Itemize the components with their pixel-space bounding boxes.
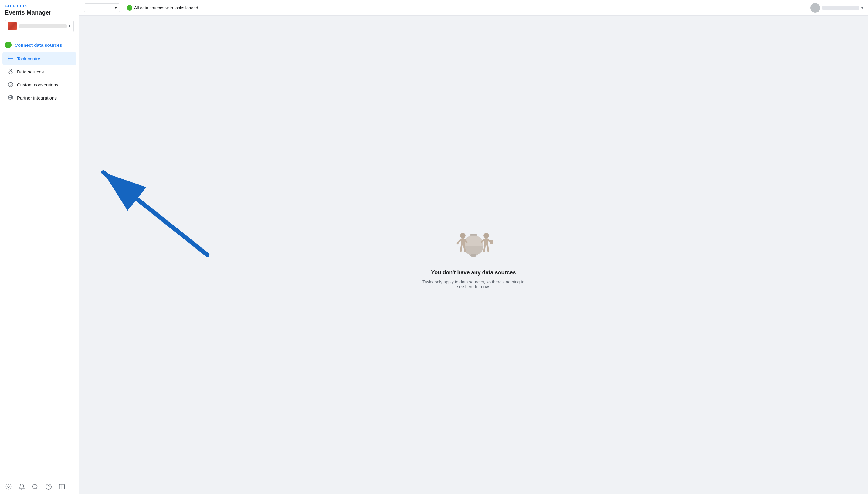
svg-point-3 [8,57,9,58]
empty-state-title: You don't have any data sources [431,269,516,276]
sidebar-item-partner-integrations-label: Partner integrations [17,95,57,100]
top-bar: ▾ All data sources with tasks loaded. ▾ [79,0,868,16]
svg-point-17 [46,484,51,490]
svg-line-22 [103,172,208,255]
account-avatar [8,22,17,30]
top-bar-right: ▾ [810,3,863,13]
events-manager-title: Events Manager [5,9,74,16]
svg-point-14 [7,486,10,488]
status-text: All data sources with tasks loaded. [134,5,200,10]
svg-point-25 [470,254,477,257]
sidebar-item-custom-conversions[interactable]: Custom conversions [2,78,76,91]
sidebar-item-data-sources[interactable]: Data sources [2,65,76,78]
svg-rect-39 [490,240,493,244]
svg-point-27 [460,233,466,238]
svg-line-38 [487,246,488,251]
sidebar: FACEBOOK Events Manager ▾ + Connect data… [0,0,79,494]
sidebar-item-task-centre-label: Task centre [17,56,40,61]
empty-illustration [446,221,501,263]
user-chevron-icon[interactable]: ▾ [861,6,863,10]
dropdown-chevron-icon: ▾ [115,5,117,10]
svg-line-9 [9,71,11,73]
sidebar-footer [0,479,79,494]
connect-data-sources-button[interactable]: + Connect data sources [0,39,79,51]
user-name [823,6,859,10]
svg-point-7 [8,73,10,74]
main-content: ▾ All data sources with tasks loaded. ▾ [79,0,868,494]
svg-line-16 [36,488,38,489]
sidebar-header: FACEBOOK Events Manager ▾ [0,0,79,39]
help-icon[interactable] [45,483,52,490]
status-check-icon [127,5,132,11]
svg-line-31 [461,246,461,251]
svg-point-8 [12,73,13,74]
bell-icon[interactable] [18,483,25,490]
svg-line-37 [484,246,485,251]
svg-point-6 [10,69,12,71]
search-icon[interactable] [32,483,39,490]
svg-point-4 [8,58,9,59]
account-name-blur [19,24,67,28]
svg-point-33 [484,233,489,238]
svg-rect-19 [59,484,65,490]
svg-point-15 [33,484,37,489]
content-area: You don't have any data sources Tasks on… [79,16,868,494]
sidebar-item-partner-integrations[interactable]: Partner integrations [2,91,76,104]
top-bar-left: ▾ All data sources with tasks loaded. [84,3,200,12]
sidebar-panel-icon[interactable] [58,483,65,490]
empty-state: You don't have any data sources Tasks on… [419,221,528,289]
custom-conversions-icon [7,81,14,88]
svg-point-5 [8,60,9,61]
settings-icon[interactable] [5,483,12,490]
sidebar-item-task-centre[interactable]: Task centre [2,52,76,65]
connect-data-sources-label: Connect data sources [15,42,62,48]
empty-state-subtitle: Tasks only apply to data sources, so the… [419,280,528,289]
data-sources-icon [7,68,14,75]
sidebar-item-custom-conversions-label: Custom conversions [17,82,58,88]
facebook-logo: FACEBOOK [5,4,74,8]
partner-integrations-icon [7,94,14,101]
svg-line-32 [464,246,465,251]
svg-line-10 [11,71,13,73]
sidebar-item-data-sources-label: Data sources [17,69,44,74]
user-avatar [810,3,820,13]
filter-dropdown[interactable]: ▾ [84,3,120,12]
connect-plus-icon: + [5,42,12,48]
status-message: All data sources with tasks loaded. [127,5,200,11]
task-centre-icon [7,55,14,62]
account-chevron-icon: ▾ [69,24,71,28]
account-selector[interactable]: ▾ [5,20,74,33]
svg-line-29 [458,240,461,243]
sidebar-nav: Task centre Data sources [0,52,79,104]
